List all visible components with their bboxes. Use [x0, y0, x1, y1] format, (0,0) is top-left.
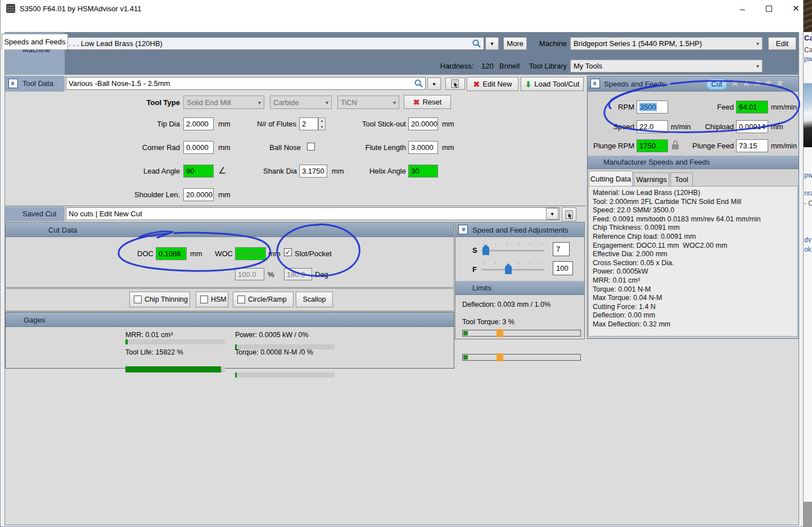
tool-material-select[interactable]: Carbide ▾	[270, 96, 332, 109]
circle-ramp-toggle[interactable]: Circle/Ramp	[233, 292, 294, 307]
hsm-checkbox[interactable]	[200, 296, 208, 303]
star-icon[interactable]: ★	[741, 76, 752, 89]
tab-warnings[interactable]: Warnings	[634, 172, 669, 186]
shoulder-len-unit: mm	[218, 190, 231, 199]
plunge-rpm-input[interactable]: 1750	[637, 139, 668, 152]
feed-slider[interactable]	[481, 262, 544, 275]
chevron-up-icon: «	[10, 81, 17, 85]
plunge-feed-value: 73.15	[739, 142, 757, 150]
chip-thinning-toggle[interactable]: Chip Thinning	[129, 292, 190, 307]
report-line: Effective Dia: 2.000 mm	[593, 250, 797, 259]
stepover-input[interactable]: 100.0	[235, 268, 264, 280]
speed-adjust-input[interactable]: 7	[553, 242, 570, 256]
tool-torque-limit-marker[interactable]	[497, 353, 503, 361]
lead-angle-input[interactable]: 90	[183, 165, 214, 178]
flutes-stepper[interactable]: ▲ ▼	[318, 117, 326, 130]
rating-stars[interactable]: ★★★★★	[730, 76, 786, 89]
circle-ramp-label: Circle/Ramp	[248, 296, 287, 303]
engagement-angle-input[interactable]: 180.0	[284, 268, 312, 280]
search-icon[interactable]	[472, 39, 481, 48]
saved-cut-dropdown-button[interactable]: ▾	[546, 208, 558, 220]
tool-coating-select[interactable]: TiCN ▾	[337, 96, 399, 109]
circle-ramp-checkbox[interactable]	[237, 296, 245, 303]
collapse-speeds-button[interactable]: «	[590, 79, 600, 88]
cutting-data-report: Material: Low Lead Brass (120HB) Tool: 2…	[588, 186, 798, 337]
tab-tool[interactable]: Tool	[670, 172, 693, 186]
load-tool-cut-button[interactable]: ⬇ Load Tool/Cut	[521, 77, 584, 91]
tool-search-input[interactable]: Various -Ball Nose-1.5 - 2.5mm	[66, 77, 426, 90]
star-icon[interactable]: ★	[764, 76, 775, 89]
select-tool-button[interactable]	[445, 78, 465, 90]
tab-cutting-data[interactable]: Cutting Data	[589, 171, 633, 186]
woc-input[interactable]: 2.0000	[235, 247, 266, 260]
hardness-unit: Brinell	[499, 62, 520, 70]
star-icon[interactable]: ★	[730, 76, 741, 89]
feed-adjust-value: 100	[556, 264, 569, 272]
speed-slider[interactable]	[481, 243, 544, 256]
manufacturer-title: Manufacturer Speeds and Feeds	[603, 158, 710, 166]
stepper-down-icon[interactable]: ▼	[319, 124, 325, 130]
woc-value: 2.0000	[238, 249, 260, 258]
tool-type-label: Tool Type	[129, 98, 180, 107]
star-icon[interactable]: ★	[752, 76, 764, 89]
edit-new-button[interactable]: ✖ Edit New	[467, 77, 518, 91]
feed-adjust-input[interactable]: 100	[553, 261, 573, 275]
slot-pocket-checkbox[interactable]: ✓	[284, 248, 292, 256]
report-line: Engagement: DOC0.11 mm WOC2.00 mm	[593, 242, 797, 251]
material-search-input[interactable]: . . . Low Lead Brass (120HB)	[66, 37, 484, 50]
shank-dia-input[interactable]: 3.1750	[299, 165, 327, 178]
lock-icon[interactable]	[673, 140, 678, 144]
corner-rad-input[interactable]: 0.0000	[183, 141, 214, 154]
angle-icon[interactable]: ∠	[218, 165, 226, 176]
report-line: Max Deflection: 0.32 mm	[593, 320, 797, 329]
scallop-button[interactable]: Scallop	[296, 292, 333, 307]
chip-thinning-checkbox[interactable]	[134, 296, 142, 303]
tip-dia-input[interactable]: 2.0000	[183, 117, 214, 130]
tool-dropdown-button[interactable]: ▾	[427, 78, 441, 90]
reset-button[interactable]: ✖ Reset	[404, 95, 451, 109]
flutes-input[interactable]: 2	[299, 117, 318, 130]
collapse-adjustments-button[interactable]: «	[458, 225, 468, 234]
rpm-input[interactable]: 3500	[637, 101, 668, 113]
shoulder-len-input[interactable]: 20.0000	[183, 188, 214, 201]
speed-slider-track[interactable]	[481, 250, 544, 252]
flute-length-input[interactable]: 3.0000	[408, 141, 438, 154]
feed-input[interactable]: 64.01	[736, 101, 768, 113]
machine-select[interactable]: Bridgeport Series 1 (5440 RPM, 1.5HP) ▾	[570, 37, 763, 50]
tool-coating-value: TiCN	[341, 98, 357, 107]
maximize-icon	[766, 6, 772, 12]
saved-cut-select[interactable]: No cuts | Edit New Cut	[66, 207, 560, 220]
material-dropdown-button[interactable]: ▾	[485, 37, 499, 50]
flute-length-value: 3.0000	[411, 143, 434, 152]
tool-library-select[interactable]: My Tools ▾	[570, 60, 763, 72]
speed-input[interactable]: 22.0	[637, 120, 668, 133]
search-icon[interactable]	[414, 79, 423, 88]
collapse-tool-data-button[interactable]: «	[8, 79, 18, 88]
minimize-button[interactable]: –	[730, 0, 755, 17]
load-tool-cut-label: Load Tool/Cut	[534, 80, 579, 88]
stickout-input[interactable]: 20.0000	[408, 117, 438, 130]
tool-type-select[interactable]: Solid End Mill ▾	[183, 96, 264, 109]
feed-slider-track[interactable]	[481, 269, 544, 271]
report-line: MRR: 0.01 cm³	[593, 276, 797, 285]
plunge-feed-input[interactable]: 73.15	[736, 139, 768, 152]
lock-icon[interactable]	[672, 144, 679, 149]
chipload-input[interactable]: 0.00914	[736, 120, 768, 133]
hsm-toggle[interactable]: HSM	[196, 292, 228, 307]
maximize-button[interactable]	[756, 0, 782, 17]
tool-material-value: Carbide	[273, 98, 299, 107]
helix-angle-input[interactable]: 30	[408, 165, 438, 178]
report-line: Reference Chip load: 0.0091 mm	[593, 233, 797, 242]
mrr-gage-label: MRR: 0.01 cm³	[125, 331, 173, 339]
ball-nose-checkbox[interactable]	[307, 143, 315, 151]
deflection-limit-marker[interactable]	[497, 329, 503, 337]
stepper-up-icon[interactable]: ▲	[319, 118, 325, 124]
select-cut-button[interactable]	[562, 207, 576, 221]
star-icon[interactable]: ★	[775, 76, 786, 89]
shoulder-len-label: Shoulder Len.	[101, 190, 180, 199]
edit-machine-button[interactable]: Edit	[768, 37, 796, 50]
doc-input[interactable]: 0.1086	[156, 247, 187, 260]
tab-speeds-and-feeds[interactable]: Speeds and Feeds	[2, 34, 68, 49]
cut-rating-button[interactable]: Cut	[706, 79, 727, 90]
report-line: Power: 0.0005kW	[593, 267, 797, 276]
